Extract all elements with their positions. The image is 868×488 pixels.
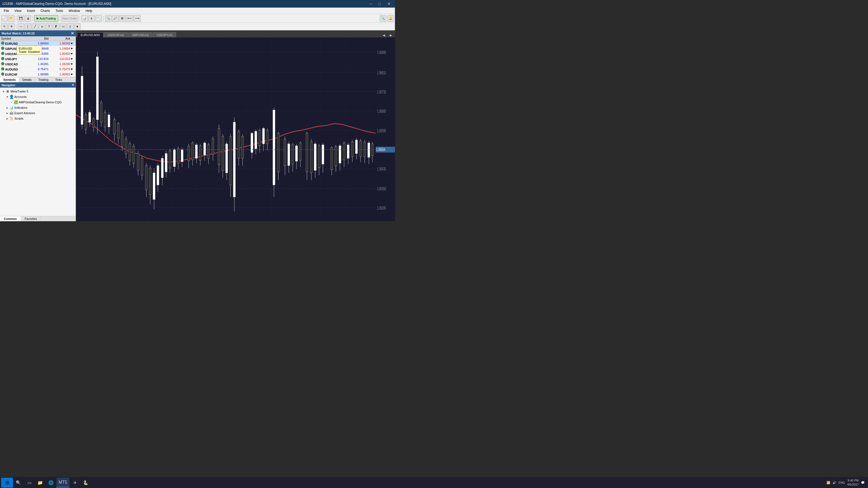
- autotrading-button[interactable]: ▶ AutoTrading: [34, 15, 58, 22]
- chart-tab-usdchf[interactable]: USDCHF,H1: [104, 32, 128, 37]
- svg-text:1.06735: 1.06735: [377, 90, 386, 94]
- chart-tab-nav: ◄ ►: [381, 33, 395, 37]
- chart-tab-gbpusd[interactable]: GBPUSD,H1: [128, 32, 153, 37]
- svg-rect-47: [129, 144, 131, 161]
- chart-next-button[interactable]: ►: [388, 33, 394, 37]
- market-watch-row[interactable]: USDJPY 110.816 110.819 ▼: [0, 56, 76, 62]
- chart-tab-usdjpy-label: USDJPY,H1: [156, 33, 173, 37]
- new-chart-button[interactable]: 📈: [1, 15, 8, 22]
- tree-experts-label: Expert Advisors: [14, 111, 35, 115]
- market-watch-row[interactable]: USDZAR 1.20395 1.00402 ▼: [0, 51, 76, 56]
- mw-tab-trading[interactable]: Trading: [35, 77, 52, 82]
- col-bid: Bid: [27, 37, 49, 40]
- new-order-button[interactable]: New Order: [61, 15, 79, 22]
- zoom-in-button[interactable]: 🔎: [112, 15, 119, 22]
- close-button[interactable]: ✕: [385, 1, 393, 6]
- text-tool[interactable]: T: [46, 23, 52, 30]
- print-button[interactable]: 🖨: [25, 15, 31, 22]
- save-button[interactable]: 💾: [18, 15, 24, 22]
- navigator-header: Navigator ✕: [0, 83, 76, 88]
- menu-insert[interactable]: Insert: [24, 8, 38, 13]
- chart-canvas: 1.06885 1.06810 1.06735 1.06660 1.06585 …: [76, 37, 395, 221]
- svg-rect-81: [199, 146, 201, 161]
- svg-rect-155: [368, 143, 370, 158]
- market-watch-close[interactable]: ✕: [71, 31, 74, 35]
- svg-text:1.06810: 1.06810: [377, 70, 386, 75]
- chart-svg: 1.06885 1.06810 1.06735 1.06660 1.06585 …: [76, 37, 395, 221]
- svg-rect-95: [229, 137, 231, 185]
- tree-scripts[interactable]: ► 📜 Scripts: [1, 116, 74, 121]
- menu-tools[interactable]: Tools: [53, 8, 66, 13]
- separator: [60, 16, 60, 21]
- maximize-button[interactable]: □: [376, 1, 383, 6]
- crosshair-tool[interactable]: ✛: [8, 23, 14, 30]
- menu-window[interactable]: Window: [66, 8, 83, 13]
- svg-rect-85: [208, 145, 210, 158]
- label-tool[interactable]: F: [53, 23, 59, 30]
- svg-rect-119: [288, 144, 290, 166]
- scroll-right-button[interactable]: ⟶: [134, 15, 141, 22]
- minimize-button[interactable]: ─: [367, 1, 374, 6]
- mw-tab-ticks[interactable]: Ticks: [52, 77, 65, 82]
- window-controls[interactable]: ─ □ ✕: [367, 1, 393, 6]
- alerts-button[interactable]: 🔔: [388, 15, 394, 22]
- chart-tab-eurusd-label: EURUSD,M30: [81, 33, 100, 37]
- menu-charts[interactable]: Charts: [38, 8, 53, 13]
- col-symbol: Symbol: [1, 37, 27, 40]
- hline-tool[interactable]: ─: [18, 23, 24, 30]
- scroll-left-button[interactable]: ⟵: [126, 15, 133, 22]
- autotrading-icon: ▶: [37, 17, 39, 20]
- svg-rect-97: [233, 122, 236, 197]
- nav-tab-favorites[interactable]: Favorites: [21, 216, 41, 221]
- navigator-close[interactable]: ✕: [72, 83, 74, 87]
- new-order-label: New Order: [63, 17, 77, 20]
- market-watch-row[interactable]: AUDUSD 0.75471 0.75475 ▼: [0, 67, 76, 72]
- menu-view[interactable]: View: [12, 8, 24, 13]
- zoom-out-button[interactable]: 🔍: [105, 15, 112, 22]
- svg-text:1.06585: 1.06585: [377, 128, 386, 133]
- open-button[interactable]: 📂: [8, 15, 14, 22]
- market-watch-row[interactable]: GBPUSD 1.24648 1.24654 ▼: [0, 46, 76, 51]
- tree-root[interactable]: ▼ 🖥 MetaTrader 5: [1, 89, 74, 94]
- menu-help[interactable]: Help: [83, 8, 95, 13]
- svg-rect-149: [355, 140, 358, 154]
- tree-indicators[interactable]: ► 📊 Indicators: [1, 105, 74, 110]
- chart-type-candles[interactable]: 🕯: [88, 15, 95, 22]
- mw-tab-details[interactable]: Details: [19, 77, 35, 82]
- col-extra: [70, 37, 74, 40]
- tree-scripts-label: Scripts: [14, 117, 24, 120]
- rect-tool[interactable]: ▭: [60, 23, 66, 30]
- more-tools[interactable]: ▼: [74, 23, 81, 30]
- fit-button[interactable]: ⊞: [119, 15, 126, 22]
- svg-rect-61: [157, 166, 159, 185]
- menu-file[interactable]: File: [1, 8, 12, 13]
- mw-tab-symbols[interactable]: Symbols: [0, 77, 19, 82]
- chart-prev-button[interactable]: ◄: [381, 33, 387, 37]
- search-button[interactable]: 🔍: [380, 15, 386, 22]
- trendline-tool[interactable]: ╱: [32, 23, 38, 30]
- chart-tab-eurusd[interactable]: EURUSD,M30: [77, 32, 103, 37]
- svg-rect-31: [96, 57, 98, 120]
- svg-rect-89: [218, 128, 220, 165]
- chart-type-line[interactable]: 📉: [95, 15, 102, 22]
- svg-rect-111: [267, 130, 269, 144]
- vline-tool[interactable]: │: [25, 23, 31, 30]
- main-layout: Market Watch: 13:40:22 ✕ Symbol Bid Ask …: [0, 30, 395, 221]
- svg-rect-57: [149, 168, 151, 195]
- nav-tab-common[interactable]: Common: [0, 216, 21, 221]
- tree-experts[interactable]: ► 🤖 Expert Advisors: [1, 110, 74, 116]
- tree-account-item[interactable]: + 💹 AMPGlobalClearing-Demo-CQG: [1, 99, 74, 105]
- cursor-tool[interactable]: ↖: [1, 23, 8, 30]
- svg-rect-131: [314, 144, 316, 170]
- chart-type-bars[interactable]: 📊: [82, 15, 88, 22]
- svg-rect-147: [351, 142, 353, 156]
- market-watch-row[interactable]: EURCHF 1.06986 1.06991 ▼: [0, 72, 76, 77]
- market-watch-row[interactable]: EURUSD 1.06564 1.06568 ▼: [0, 41, 76, 46]
- chart-tabs: EURUSD,M30 USDCHF,H1 GBPUSD,H1 USDJPY,H1…: [76, 30, 395, 37]
- regression-tool[interactable]: ≡: [39, 23, 45, 30]
- tree-accounts[interactable]: ▼ 👤 Accounts: [1, 94, 74, 99]
- svg-rect-105: [255, 131, 257, 149]
- indicator-tool[interactable]: ƒ: [67, 23, 73, 30]
- market-watch-row[interactable]: USDCAD 1.34281 1.34290 ▼: [0, 62, 76, 67]
- chart-tab-usdjpy[interactable]: USDJPY,H1: [153, 32, 176, 37]
